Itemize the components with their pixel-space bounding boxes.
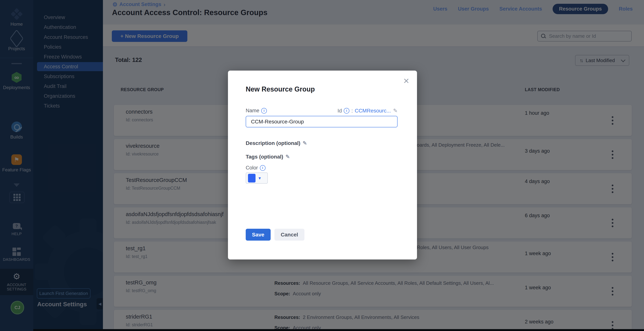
edit-description-icon[interactable]: ✎ (302, 140, 307, 146)
color-label: Color (246, 165, 258, 171)
close-icon[interactable]: ✕ (403, 77, 410, 85)
new-resource-group-dialog: ✕ New Resource Group Name i Id i : CCMRe… (228, 71, 417, 260)
harness-app: Home Projects ∞ Deployments Builds ⚑ Fea… (0, 0, 644, 331)
color-swatch (248, 174, 256, 182)
edit-id-icon[interactable]: ✎ (393, 108, 398, 114)
caret-down-icon: ▾ (258, 176, 261, 181)
name-field[interactable] (246, 116, 398, 127)
description-toggle[interactable]: Description (optional) ✎ (246, 140, 307, 146)
edit-tags-icon[interactable]: ✎ (286, 154, 290, 160)
info-icon[interactable]: i (260, 165, 266, 171)
dialog-title: New Resource Group (246, 85, 315, 93)
tags-toggle[interactable]: Tags (optional) ✎ (246, 154, 290, 160)
name-label: Name (246, 108, 259, 114)
cancel-button[interactable]: Cancel (274, 229, 304, 241)
color-label-row: Color i (246, 165, 266, 171)
id-value-link[interactable]: CCMResourc... (355, 108, 391, 114)
save-button[interactable]: Save (246, 229, 271, 241)
info-icon[interactable]: i (344, 108, 350, 114)
color-dropdown[interactable]: ▾ (246, 172, 268, 184)
info-icon[interactable]: i (261, 108, 267, 114)
id-label: Id (338, 108, 342, 114)
